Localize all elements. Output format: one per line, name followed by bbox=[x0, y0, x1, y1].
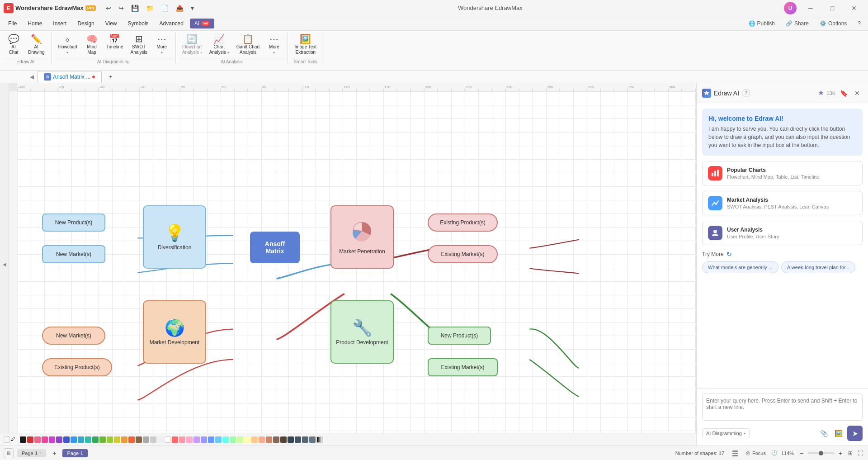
collapse-left-btn[interactable]: ◀ bbox=[27, 72, 36, 81]
suggestion-user-analysis[interactable]: User Analysis User Profile, User Story bbox=[702, 221, 863, 245]
try-chip-1[interactable]: A week-long travel plan for... bbox=[781, 261, 855, 273]
node-new-products-2[interactable]: New Product(s) bbox=[428, 327, 491, 345]
suggestion-popular-charts[interactable]: Popular Charts Flowchart, Mind Map, Tabl… bbox=[702, 161, 863, 185]
color-swatch-brown[interactable] bbox=[136, 436, 142, 443]
color-swatch-skyblue[interactable] bbox=[215, 436, 222, 443]
color-swatch-teal[interactable] bbox=[85, 436, 91, 443]
color-swatch-lightpink[interactable] bbox=[186, 436, 193, 443]
color-swatch-blue[interactable] bbox=[63, 436, 70, 443]
ai-send-btn[interactable]: ➤ bbox=[847, 426, 863, 441]
ai-chat-area[interactable]: Hi, welcome to Edraw AI! I am happy to s… bbox=[697, 103, 868, 389]
ai-panel-close-btn[interactable]: ✕ bbox=[852, 88, 863, 99]
color-swatch-lightgray[interactable] bbox=[150, 436, 156, 443]
color-swatch-lime[interactable] bbox=[99, 436, 106, 443]
node-new-markets-1[interactable]: New Market(s) bbox=[42, 245, 105, 263]
node-new-products-1[interactable]: New Product(s) bbox=[42, 213, 105, 232]
color-swatch-yellow[interactable] bbox=[114, 436, 120, 443]
ai-attachment-btn[interactable]: 📎 bbox=[817, 427, 830, 440]
more-diagramming-btn[interactable]: ⋯ More▾ bbox=[152, 33, 172, 57]
publish-btn[interactable]: 🌐Publish bbox=[745, 19, 778, 28]
color-swatch-pink[interactable] bbox=[34, 436, 41, 443]
node-ansoff-matrix[interactable]: AnsoffMatrix bbox=[250, 232, 300, 263]
color-swatch-lightyellow[interactable] bbox=[244, 436, 250, 443]
color-swatch-cyan[interactable] bbox=[78, 436, 84, 443]
color-swatch-salmon[interactable] bbox=[172, 436, 178, 443]
zoom-out-btn[interactable]: − bbox=[797, 449, 806, 457]
redo-btn[interactable]: ↪ bbox=[116, 4, 127, 13]
more-analysis-btn[interactable]: ⋯ More▾ bbox=[264, 33, 284, 57]
node-diversification[interactable]: 💡 Diversification bbox=[143, 205, 206, 269]
menu-advanced[interactable]: Advanced bbox=[155, 19, 188, 28]
color-swatch-cornflower[interactable] bbox=[208, 436, 214, 443]
mind-map-btn[interactable]: 🧠 MindMap bbox=[82, 33, 102, 57]
color-swatch-honeydew[interactable] bbox=[237, 436, 243, 443]
color-swatch-mintgreen[interactable] bbox=[230, 436, 236, 443]
tab-add[interactable]: + bbox=[103, 72, 118, 82]
menu-symbols[interactable]: Symbols bbox=[123, 19, 153, 28]
menu-design[interactable]: Design bbox=[73, 19, 99, 28]
ai-panel-help-btn[interactable]: ? bbox=[742, 89, 750, 97]
color-swatch-peach[interactable] bbox=[179, 436, 185, 443]
ai-chat-btn[interactable]: 💬 AIChat bbox=[4, 33, 24, 57]
share-btn[interactable]: 🔗Share bbox=[782, 19, 812, 28]
zoom-slider[interactable] bbox=[807, 452, 835, 454]
color-swatch-aqua[interactable] bbox=[222, 436, 229, 443]
menu-insert[interactable]: Insert bbox=[48, 19, 71, 28]
zoom-slider-thumb[interactable] bbox=[819, 451, 823, 455]
node-market-penetration[interactable]: Market Penetration bbox=[330, 205, 394, 269]
color-swatch-sienna[interactable] bbox=[273, 436, 279, 443]
color-swatch-gray[interactable] bbox=[143, 436, 149, 443]
flowchart-btn[interactable]: ⬦ Flowchart▾ bbox=[55, 33, 80, 57]
ai-panel-bookmark-btn[interactable]: 🔖 bbox=[838, 88, 849, 99]
ai-image-btn[interactable]: 🖼️ bbox=[832, 427, 844, 440]
close-btn[interactable]: ✕ bbox=[844, 1, 864, 15]
menu-view[interactable]: View bbox=[101, 19, 122, 28]
export-btn[interactable]: 📤 bbox=[173, 4, 186, 13]
color-swatch-bisque[interactable] bbox=[259, 436, 265, 443]
flowchart-analysis-btn[interactable]: 🔄 FlowchartAnalysis ▾ bbox=[179, 33, 205, 57]
fullscreen-btn[interactable]: ⛶ bbox=[856, 449, 864, 457]
undo-btn[interactable]: ↩ bbox=[103, 4, 114, 13]
gradient-swatch[interactable] bbox=[316, 436, 323, 443]
minimize-btn[interactable]: ─ bbox=[800, 1, 821, 15]
help-btn[interactable]: ? bbox=[854, 19, 864, 28]
color-swatch-green[interactable] bbox=[92, 436, 99, 443]
color-swatch-yellowgreen[interactable] bbox=[107, 436, 113, 443]
try-more-refresh-btn[interactable]: ↻ bbox=[726, 251, 732, 258]
color-swatch-red[interactable] bbox=[27, 436, 33, 443]
color-swatch-lavender[interactable] bbox=[193, 436, 200, 443]
color-swatch-hotpink[interactable] bbox=[42, 436, 48, 443]
template-btn[interactable]: 📄 bbox=[158, 4, 171, 13]
ai-query-input[interactable] bbox=[702, 394, 863, 421]
focus-btn[interactable]: ◎ Focus bbox=[744, 449, 768, 457]
fit-page-btn[interactable]: ⊞ bbox=[846, 449, 854, 457]
color-swatch-wheat[interactable] bbox=[251, 436, 258, 443]
node-existing-products-2[interactable]: Existing Product(s) bbox=[42, 358, 112, 376]
color-swatch-verylightgray[interactable] bbox=[157, 436, 164, 443]
color-swatch-periwinkle[interactable] bbox=[201, 436, 207, 443]
menu-home[interactable]: Home bbox=[23, 19, 47, 28]
node-new-markets-2[interactable]: New Market(s) bbox=[42, 327, 105, 345]
swot-btn[interactable]: ⊞ SWOTAnalysis bbox=[127, 33, 150, 57]
menu-ai[interactable]: AI hot bbox=[190, 19, 214, 28]
color-swatch-lightblue[interactable] bbox=[71, 436, 77, 443]
page-tab-view[interactable]: Page-1 bbox=[62, 449, 87, 457]
tab-ansoff[interactable]: ⊞ Ansoff Matrix ... bbox=[37, 71, 102, 83]
node-existing-products-1[interactable]: Existing Product(s) bbox=[428, 213, 498, 232]
maximize-btn[interactable]: □ bbox=[822, 1, 843, 15]
ai-drawing-btn[interactable]: ✏️ AIDrawing bbox=[25, 33, 47, 57]
color-swatch-coolblue[interactable] bbox=[309, 436, 316, 443]
color-swatch-white[interactable] bbox=[165, 436, 171, 443]
try-chip-0[interactable]: What models are generally ... bbox=[702, 261, 778, 273]
page-tab-1-dropdown[interactable]: ▾ bbox=[39, 451, 42, 455]
more-titlebar-btn[interactable]: ▾ bbox=[188, 4, 197, 13]
timeline-btn[interactable]: 📅 Timeline bbox=[104, 33, 126, 52]
node-existing-markets-1[interactable]: Existing Market(s) bbox=[428, 245, 498, 263]
color-swatch-violet[interactable] bbox=[56, 436, 62, 443]
options-btn[interactable]: ⚙️Options bbox=[816, 19, 850, 28]
node-existing-markets-2[interactable]: Existing Market(s) bbox=[428, 358, 498, 376]
save-btn[interactable]: 💾 bbox=[128, 4, 142, 13]
color-swatch-orange[interactable] bbox=[121, 436, 127, 443]
ai-mode-select[interactable]: AI Diagramming ▾ bbox=[702, 428, 750, 438]
zoom-in-btn[interactable]: + bbox=[836, 449, 844, 457]
